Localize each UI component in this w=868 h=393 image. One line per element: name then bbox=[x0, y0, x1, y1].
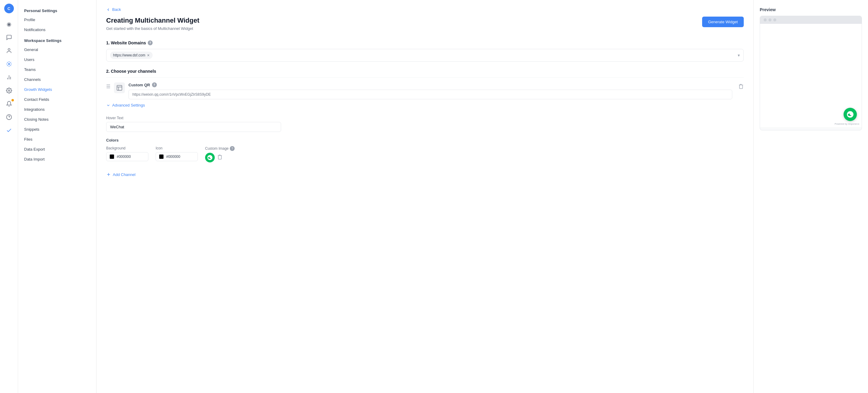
advanced-settings-body: Hover Text Colors Background #000000 bbox=[106, 111, 744, 167]
sidebar: Personal Settings Profile Notifications … bbox=[18, 0, 96, 393]
domain-tag-remove[interactable]: × bbox=[147, 53, 150, 58]
domain-input-row: https://www.dsf.com × ▾ bbox=[106, 49, 744, 62]
browser-dot-2 bbox=[769, 19, 772, 22]
sidebar-item-contact-fields[interactable]: Contact Fields bbox=[18, 94, 96, 105]
back-label: Back bbox=[112, 7, 121, 12]
check-icon[interactable] bbox=[3, 124, 15, 136]
content-area: Back Creating Multichannel Widget Get st… bbox=[96, 0, 753, 393]
background-color-field: Background #000000 bbox=[106, 146, 148, 161]
preview-title: Preview bbox=[760, 7, 862, 12]
page-title: Creating Multichannel Widget bbox=[106, 17, 199, 24]
domain-tag: https://www.dsf.com × bbox=[110, 52, 153, 59]
avatar[interactable]: C bbox=[4, 4, 14, 13]
icon-color-swatch bbox=[159, 154, 164, 159]
generate-widget-button[interactable]: Generate Widget bbox=[702, 17, 744, 27]
powered-by-label: Powered by respond.io bbox=[835, 122, 859, 125]
colors-title: Colors bbox=[106, 138, 744, 142]
sidebar-item-teams[interactable]: Teams bbox=[18, 64, 96, 75]
sidebar-item-general[interactable]: General bbox=[18, 45, 96, 55]
channel-icon bbox=[114, 82, 125, 93]
dashboard-icon[interactable]: ◉ bbox=[3, 18, 15, 30]
chevron-down-icon[interactable]: ▾ bbox=[738, 53, 740, 58]
custom-image-row bbox=[205, 153, 235, 162]
custom-qr-help-icon[interactable]: ? bbox=[152, 82, 157, 87]
preview-browser-bar bbox=[760, 16, 862, 24]
svg-rect-8 bbox=[117, 85, 122, 90]
sidebar-item-channels[interactable]: Channels bbox=[18, 75, 96, 85]
advanced-settings-toggle[interactable]: Advanced Settings bbox=[106, 103, 145, 108]
delete-image-button[interactable] bbox=[217, 154, 223, 161]
workspace-settings-label: Workspace Settings bbox=[18, 35, 96, 45]
add-channel-label: Add Channel bbox=[113, 172, 135, 177]
settings-icon[interactable] bbox=[3, 85, 15, 96]
back-button[interactable]: Back bbox=[106, 7, 121, 12]
preview-wechat-widget bbox=[843, 108, 857, 121]
icon-color-field: Icon #000000 bbox=[156, 146, 198, 161]
wechat-image bbox=[205, 153, 215, 162]
colors-section: Colors Background #000000 Icon bbox=[106, 138, 744, 162]
sidebar-item-snippets[interactable]: Snippets bbox=[18, 124, 96, 134]
sidebar-item-data-export[interactable]: Data Export bbox=[18, 144, 96, 154]
channel-section: ☰ Custom QR ? bbox=[106, 77, 744, 167]
website-domains-section: 1. Website Domains ? bbox=[106, 40, 744, 45]
custom-image-help-icon[interactable]: ? bbox=[230, 146, 235, 151]
reorder-icon[interactable]: ☰ bbox=[106, 84, 111, 89]
preview-content: Powered by respond.io bbox=[760, 24, 862, 127]
help-icon[interactable] bbox=[3, 111, 15, 123]
icon-color-value: #000000 bbox=[166, 155, 180, 159]
domain-tag-text: https://www.dsf.com bbox=[113, 53, 145, 57]
sidebar-item-data-import[interactable]: Data Import bbox=[18, 154, 96, 164]
background-label: Background bbox=[106, 146, 148, 150]
contacts-icon[interactable] bbox=[3, 45, 15, 57]
integrations-icon[interactable] bbox=[3, 58, 15, 70]
preview-panel: Preview Powered by respond.io bbox=[753, 0, 868, 393]
sidebar-item-users[interactable]: Users bbox=[18, 55, 96, 64]
custom-image-label-text: Custom Image bbox=[205, 146, 228, 150]
channel-label: Custom QR ? bbox=[128, 82, 732, 87]
background-color-input[interactable]: #000000 bbox=[106, 152, 148, 161]
svg-point-1 bbox=[8, 63, 10, 65]
page-subtitle: Get started with the basics of Multichan… bbox=[106, 26, 199, 31]
channel-body: Custom QR ? bbox=[128, 82, 732, 99]
channel-url-input[interactable] bbox=[128, 90, 732, 99]
custom-image-label: Custom Image ? bbox=[205, 146, 235, 151]
channel-row: ☰ Custom QR ? bbox=[106, 77, 744, 99]
sidebar-item-closing-notes[interactable]: Closing Notes bbox=[18, 114, 96, 124]
hover-text-input[interactable] bbox=[106, 122, 281, 132]
colors-row: Background #000000 Icon #0000 bbox=[106, 146, 744, 162]
add-channel-button[interactable]: Add Channel bbox=[106, 172, 135, 177]
sidebar-item-profile[interactable]: Profile bbox=[18, 15, 96, 25]
icon-label: Icon bbox=[156, 146, 198, 150]
background-color-value: #000000 bbox=[117, 155, 131, 159]
svg-point-5 bbox=[8, 90, 10, 91]
svg-point-0 bbox=[8, 49, 10, 51]
section2-label: 2. Choose your channels bbox=[106, 69, 156, 74]
icon-bar: C ◉ bbox=[0, 0, 18, 393]
notifications-icon[interactable] bbox=[3, 98, 15, 110]
advanced-settings-label: Advanced Settings bbox=[112, 103, 145, 108]
conversations-icon[interactable] bbox=[3, 31, 15, 44]
section1-label: 1. Website Domains bbox=[106, 40, 146, 45]
preview-box: Powered by respond.io bbox=[760, 16, 862, 131]
choose-channels-section: 2. Choose your channels bbox=[106, 69, 744, 74]
hover-text-label: Hover Text bbox=[106, 116, 744, 120]
sidebar-item-growth-widgets[interactable]: Growth Widgets bbox=[18, 85, 96, 94]
background-color-swatch bbox=[110, 154, 114, 159]
browser-dot-3 bbox=[773, 19, 776, 22]
browser-dot-1 bbox=[764, 19, 767, 22]
reports-icon[interactable] bbox=[3, 71, 15, 83]
website-domains-help-icon[interactable]: ? bbox=[148, 40, 153, 45]
sidebar-item-files[interactable]: Files bbox=[18, 134, 96, 144]
personal-settings-label: Personal Settings bbox=[18, 5, 96, 15]
custom-image-section: Custom Image ? bbox=[205, 146, 235, 162]
channel-label-text: Custom QR bbox=[128, 83, 150, 87]
delete-channel-icon[interactable] bbox=[738, 82, 744, 90]
icon-color-input[interactable]: #000000 bbox=[156, 152, 198, 161]
sidebar-item-integrations[interactable]: Integrations bbox=[18, 105, 96, 114]
sidebar-item-notifications[interactable]: Notifications bbox=[18, 25, 96, 35]
main-area: Back Creating Multichannel Widget Get st… bbox=[96, 0, 868, 393]
